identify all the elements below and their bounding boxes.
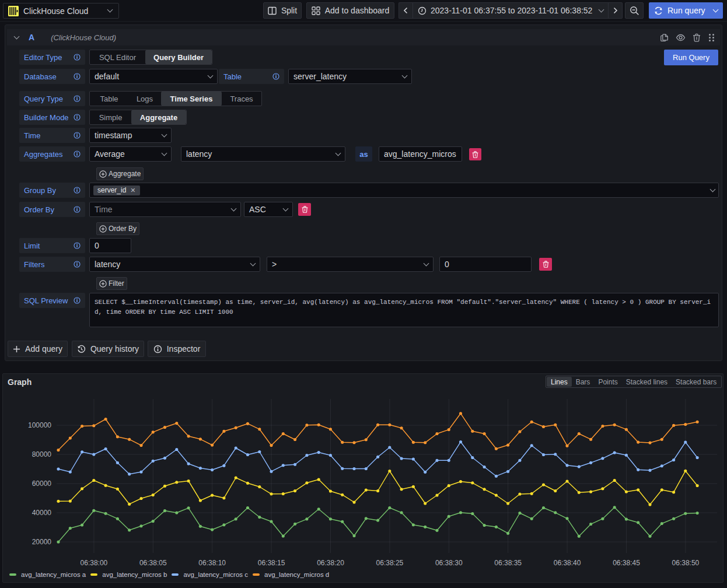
svg-text:06:38:50: 06:38:50	[672, 559, 700, 567]
svg-text:60000: 60000	[32, 480, 52, 488]
svg-text:06:38:45: 06:38:45	[613, 559, 640, 567]
svg-text:06:38:15: 06:38:15	[258, 559, 285, 567]
svg-text:40000: 40000	[32, 509, 52, 517]
svg-text:06:38:25: 06:38:25	[376, 559, 404, 567]
svg-text:06:38:00: 06:38:00	[81, 559, 108, 567]
svg-text:06:38:30: 06:38:30	[435, 559, 463, 567]
svg-text:06:38:10: 06:38:10	[198, 559, 226, 567]
svg-text:06:38:35: 06:38:35	[494, 559, 522, 567]
svg-text:06:38:40: 06:38:40	[554, 559, 581, 567]
svg-text:06:38:05: 06:38:05	[139, 559, 167, 567]
svg-text:20000: 20000	[32, 538, 52, 546]
svg-text:80000: 80000	[32, 450, 52, 459]
svg-text:06:38:20: 06:38:20	[317, 559, 344, 567]
svg-text:100000: 100000	[28, 421, 51, 429]
